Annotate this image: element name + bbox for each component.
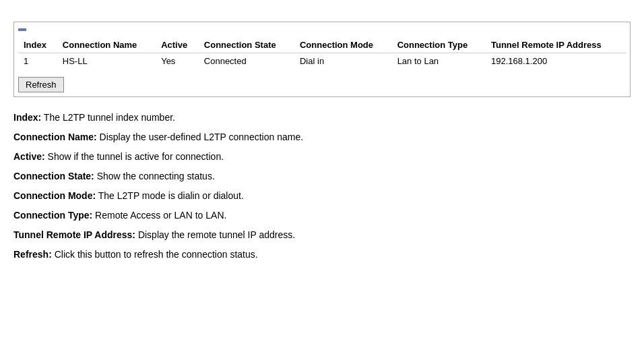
description-item: Connection Type: Remote Access or LAN to… <box>13 208 631 223</box>
descriptions-section: Index: The L2TP tunnel index number.Conn… <box>13 111 631 262</box>
description-item: Connection Mode: The L2TP mode is dialin… <box>13 189 631 203</box>
description-term: Tunnel Remote IP Address: <box>13 229 135 240</box>
description-item: Connection Name: Display the user-define… <box>13 130 631 144</box>
description-term: Connection State: <box>13 171 94 181</box>
description-item: Index: The L2TP tunnel index number. <box>13 111 631 125</box>
description-term: Refresh: <box>13 249 52 260</box>
table-cell: Connected <box>199 53 294 69</box>
col-connection-name: Connection Name <box>57 37 156 53</box>
col-tunnel-remote-ip: Tunnel Remote IP Address <box>486 37 626 53</box>
description-term: Connection Type: <box>13 210 92 221</box>
col-active: Active <box>156 37 199 53</box>
table-cell: Yes <box>156 53 199 69</box>
table-cell: Dial in <box>294 53 392 69</box>
table-cell: HS-LL <box>57 53 156 69</box>
description-term: Index: <box>13 112 41 123</box>
table-row: 1HS-LLYesConnectedDial inLan to Lan192.1… <box>18 53 626 69</box>
refresh-button[interactable]: Refresh <box>18 77 64 92</box>
col-connection-state: Connection State <box>199 37 294 53</box>
col-connection-mode: Connection Mode <box>294 37 392 53</box>
table-section-label <box>18 28 26 31</box>
col-connection-type: Connection Type <box>392 37 486 53</box>
description-item: Tunnel Remote IP Address: Display the re… <box>13 228 631 242</box>
description-term: Connection Mode: <box>13 190 96 201</box>
table-cell: 192.168.1.200 <box>486 53 626 69</box>
l2tp-status-table-container: Index Connection Name Active Connection … <box>13 22 631 97</box>
description-term: Active: <box>13 151 45 162</box>
description-item: Refresh: Click this button to refresh th… <box>13 248 631 262</box>
description-item: Connection State: Show the connecting st… <box>13 169 631 183</box>
col-index: Index <box>18 37 57 53</box>
description-term: Connection Name: <box>13 132 97 142</box>
table-cell: 1 <box>18 53 57 69</box>
table-cell: Lan to Lan <box>392 53 486 69</box>
description-item: Active: Show if the tunnel is active for… <box>13 150 631 164</box>
table-header-row: Index Connection Name Active Connection … <box>18 37 626 53</box>
l2tp-status-table: Index Connection Name Active Connection … <box>18 37 626 69</box>
